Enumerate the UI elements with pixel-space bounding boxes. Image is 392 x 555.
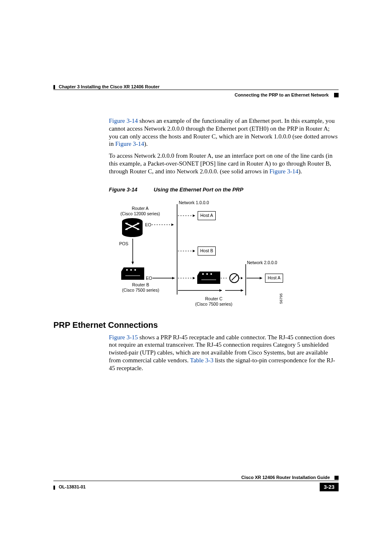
svg-point-11 (134, 269, 136, 271)
header-bar-icon (53, 85, 55, 89)
arrow-solid (247, 276, 265, 280)
header-box-icon (334, 93, 339, 97)
figure-caption: Figure 3-14 Using the Ethernet Port on t… (109, 187, 339, 193)
router-c-name: Router C (195, 296, 232, 302)
section-text: Connecting the PRP to an Ethernet Networ… (235, 92, 329, 97)
router-b-label: Router B (Cisco 7500 series) (122, 282, 159, 293)
chapter-header: Chapter 3 Installing the Cisco XR 12406 … (53, 84, 159, 89)
p1-text-end: ). (144, 140, 148, 147)
prohibit-icon (229, 273, 239, 283)
svg-point-10 (130, 269, 132, 271)
router-b-sub: (Cisco 7500 series) (122, 288, 159, 293)
header-rule (53, 90, 339, 90)
host-b-box: Host B (198, 246, 216, 256)
router-b-name: Router B (122, 282, 159, 288)
page-footer: Cisco XR 12406 Router Installation Guide… (53, 475, 339, 491)
arrow-dotted (152, 223, 177, 226)
pos-label: POS (119, 241, 128, 246)
network-2-line (245, 264, 247, 295)
host-a-box: Host A (198, 211, 216, 220)
arrow-dotted (178, 249, 198, 253)
arrow-dotted (178, 214, 198, 217)
guide-title: Cisco XR 12406 Router Installation Guide (241, 475, 330, 480)
figure-id-label: S6795 (279, 293, 284, 304)
section-header: Connecting the PRP to an Ethernet Networ… (235, 92, 339, 98)
router-a-name: Router A (120, 206, 160, 211)
section-heading: PRP Ethernet Connections (53, 320, 339, 330)
svg-point-17 (202, 273, 204, 275)
paragraph-1: Figure 3-14 shows an example of the func… (109, 117, 339, 148)
svg-point-19 (210, 273, 212, 275)
eo-label: EO (145, 222, 151, 228)
p2-text-end: ). (298, 168, 302, 175)
arrow-solid (178, 289, 225, 292)
figure-ref-link[interactable]: Figure 3-15 (109, 334, 138, 341)
arrow-solid (131, 239, 135, 267)
doc-number: OL-13831-01 (59, 484, 85, 489)
network-2-label: Network 2.0.0.0 (247, 260, 277, 265)
footer-guide-line: Cisco XR 12406 Router Installation Guide (53, 475, 339, 480)
host-b-label: Host B (200, 248, 213, 253)
host-a-label: Host A (201, 213, 213, 218)
svg-point-2 (122, 230, 143, 237)
router-c-sub: (Cisco 7500 series) (195, 302, 232, 307)
router-b-icon (121, 267, 144, 281)
footer-docnum: OL-13831-01 (53, 484, 86, 489)
footer-box-icon (334, 476, 339, 480)
router-c-label: Router C (Cisco 7500 series) (195, 296, 232, 307)
eo-label-2: EO (146, 276, 152, 281)
figure-ref-link[interactable]: Figure 3-14 (115, 140, 144, 147)
paragraph-2: To access Network 2.0.0.0 from Router A,… (109, 152, 339, 175)
table-ref-link[interactable]: Table 3-3 (190, 357, 214, 364)
figure-diagram: Router A (Cisco 12000 series) Network 1.… (109, 198, 302, 313)
svg-point-18 (206, 273, 208, 275)
chapter-text: Chapter 3 Installing the Cisco XR 12406 … (59, 84, 159, 89)
arrow-dotted (178, 276, 198, 280)
footer-rule (53, 481, 339, 481)
network-1-label: Network 1.0.0.0 (179, 200, 209, 205)
arrow-solid (152, 276, 178, 280)
host-a2-box: Host A (265, 274, 283, 283)
figure-ref-link[interactable]: Figure 3-14 (109, 117, 138, 124)
host-a2-label: Host A (268, 275, 281, 281)
figure-title: Using the Ethernet Port on the PRP (154, 187, 243, 193)
page-number: 3-23 (320, 483, 339, 491)
arrow-solid (225, 289, 247, 292)
section2-paragraph: Figure 3-15 shows a PRP RJ-45 receptacle… (109, 334, 339, 372)
router-c-icon (197, 272, 220, 285)
router-a-icon (121, 217, 143, 239)
arrow-dotted (221, 276, 230, 280)
main-content: Figure 3-14 shows an example of the func… (109, 117, 339, 376)
figure-number: Figure 3-14 (109, 187, 137, 193)
router-a-label: Router A (Cisco 12000 series) (120, 206, 160, 216)
svg-point-9 (126, 269, 128, 271)
figure-ref-link[interactable]: Figure 3-14 (270, 168, 298, 175)
footer-bar-icon (53, 486, 55, 490)
router-a-sub: (Cisco 12000 series) (120, 211, 160, 216)
